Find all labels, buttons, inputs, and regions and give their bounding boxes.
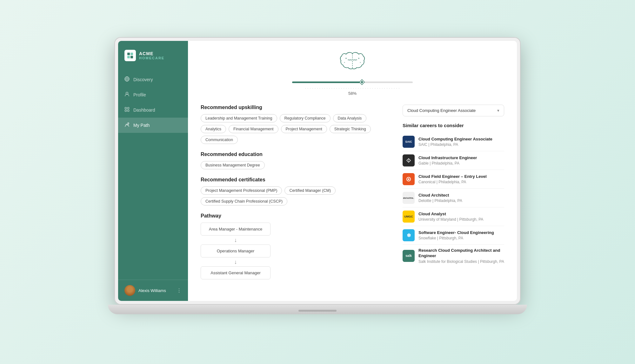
sidebar-nav: Discovery Profile [118,69,188,280]
career-item-0[interactable]: SAIC Cloud Computing Engineer Associate … [403,133,504,151]
svg-rect-0 [127,53,130,55]
sidebar-item-profile[interactable]: Profile [118,87,188,102]
education-tags: Business Management Degree [201,161,390,169]
tag-data-analysis[interactable]: Data Analysis [333,114,367,122]
svg-rect-1 [130,53,133,55]
tag-leadership[interactable]: Leadership and Management Training [201,114,277,122]
certificates-title: Recommended certificates [201,177,390,183]
similar-careers-title: Similar careers to consider [403,123,504,128]
education-section: Recommended education Business Managemen… [201,152,390,169]
tag-pmp[interactable]: Project Management Professional (PMP) [201,186,282,195]
tag-communication[interactable]: Communication [201,136,238,144]
svg-rect-10 [125,110,127,112]
career-item-2[interactable]: Cloud Field Engineer – Entry Level Canon… [403,170,504,189]
tag-cscp[interactable]: Certified Supply Chain Professional (CSC… [201,197,287,205]
mypath-icon [124,122,130,128]
career-item-5[interactable]: ❄ Software Engineer- Cloud Engineering S… [403,226,504,245]
svg-point-15 [358,58,359,59]
career-company-5: Snowflake | Pittsburgh, PA [418,236,504,240]
career-title-4: Cloud Analyst [418,211,504,217]
career-item-3[interactable]: deloitte. Cloud Architect Deloitte | Phi… [403,189,504,207]
pathway-step-2: Operations Manager [201,244,271,257]
svg-point-19 [408,179,410,180]
brain-icon [340,50,365,73]
sidebar-label-discovery: Discovery [133,77,153,82]
tag-strategic[interactable]: Strategic Thinking [330,125,371,133]
career-logo-2 [403,173,415,185]
left-column: Recommended upskilling Leadership and Ma… [201,105,390,287]
pathway-step-3: Assistant General Manager [201,266,271,279]
logo: ACME HOMECARE [118,41,188,69]
career-company-0: SAIC | Philadelphia, PA [418,142,504,147]
career-title-6: Research Cloud Computing Architect and E… [418,248,504,259]
career-logo-0: SAIC [403,136,415,148]
career-logo-5: ❄ [403,229,415,241]
career-title-0: Cloud Computing Engineer Associate [418,137,504,142]
career-dropdown-value: Cloud Computing Engineer Associate [407,108,476,113]
career-dropdown[interactable]: Cloud Computing Engineer Associate ▾ [403,105,504,116]
sidebar-item-dashboard[interactable]: Dashboard [118,102,188,118]
pathway-step-1: Area Manager - Maintenance [201,223,271,236]
tag-regulatory[interactable]: Regulatory Compliance [280,114,331,122]
career-title-3: Cloud Architect [418,193,504,198]
tag-analytics[interactable]: Analytics [201,125,226,133]
logo-homecare: HOMECARE [139,56,164,60]
pathway-arrow-2: ↓ [201,257,271,266]
tag-cm[interactable]: Certified Manager (CM) [284,186,336,195]
svg-point-14 [345,58,347,59]
career-title-2: Cloud Field Engineer – Entry Level [418,174,504,179]
career-company-1: Gable | Philadelphia, PA [418,161,504,166]
certificates-section: Recommended certificates Project Managem… [201,177,390,205]
career-company-6: Salk Institute for Biological Studies | … [418,259,504,264]
pathway-title: Pathway [201,213,390,219]
pathway-section: Pathway Area Manager - Maintenance ↓ Ope… [201,213,390,279]
svg-rect-3 [130,56,133,58]
pathway-arrow-1: ↓ [201,236,271,244]
discovery-icon [124,76,130,83]
sidebar-item-mypath[interactable]: My Path [118,118,188,133]
certificates-tags: Project Management Professional (PMP) Ce… [201,186,390,205]
pathway-steps: Area Manager - Maintenance ↓ Operations … [201,223,390,279]
svg-rect-9 [128,107,129,109]
svg-point-17 [360,62,361,63]
svg-rect-11 [128,110,129,112]
progress-label: 58% [348,91,357,96]
user-menu-icon[interactable]: ⋮ [177,288,182,294]
career-company-4: University of Maryland | Pittsburgh, PA [418,217,504,222]
career-logo-4: UMGC [403,211,415,223]
career-company-2: Canonical | Philadelphia, PA [418,180,504,184]
sidebar-footer: Alexis Williams ⋮ [118,280,188,301]
dashboard-icon [124,107,130,113]
chevron-down-icon: ▾ [497,108,499,113]
sidebar-item-discovery[interactable]: Discovery [118,72,188,87]
upskilling-section: Recommended upskilling Leadership and Ma… [201,105,390,144]
progress-section: · · · · · · · · · · · · · · · · · · · · … [201,79,504,96]
svg-point-16 [344,62,345,63]
career-item-6[interactable]: salk Research Cloud Computing Architect … [403,245,504,267]
brain-icon-container [201,50,504,73]
education-title: Recommended education [201,152,390,157]
sidebar: ACME HOMECARE Discovery [118,41,188,301]
sidebar-label-mypath: My Path [133,123,150,128]
tag-financial[interactable]: Financial Management [229,125,278,133]
user-name: Alexis Williams [138,288,173,293]
avatar [124,285,135,296]
sidebar-label-profile: Profile [133,92,146,97]
career-item-4[interactable]: UMGC Cloud Analyst University of Marylan… [403,207,504,226]
career-logo-1 [403,154,415,166]
career-logo-6: salk [403,250,415,262]
logo-icon [124,50,136,61]
svg-point-12 [128,123,129,124]
right-column: Cloud Computing Engineer Associate ▾ Sim… [403,105,504,287]
profile-icon [124,92,130,98]
career-title-5: Software Engineer- Cloud Engineering [418,230,504,236]
svg-rect-8 [125,107,127,109]
career-title-1: Cloud Infrastructure Engineer [418,155,504,161]
tag-business-degree[interactable]: Business Management Degree [201,161,265,169]
tag-project-mgmt[interactable]: Project Management [281,125,327,133]
career-logo-3: deloitte. [403,192,415,204]
upskilling-title: Recommended upskilling [201,105,390,110]
sidebar-label-dashboard: Dashboard [133,107,155,113]
career-item-1[interactable]: Cloud Infrastructure Engineer Gable | Ph… [403,151,504,170]
main-content: · · · · · · · · · · · · · · · · · · · · … [188,41,517,301]
